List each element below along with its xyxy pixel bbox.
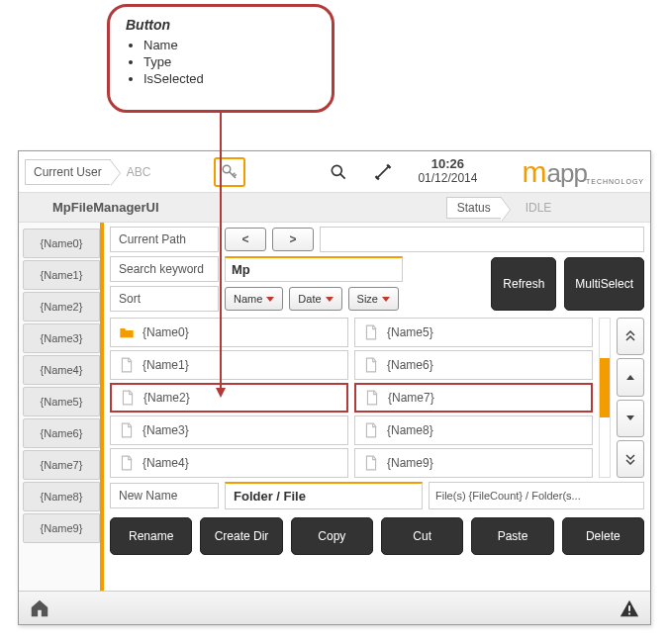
search-input[interactable]: Mp (225, 256, 403, 282)
main-panel: Current Path < > Search keyword Mp Sort … (104, 223, 650, 591)
warning-icon[interactable] (619, 598, 640, 619)
copy-button[interactable]: Copy (291, 517, 373, 555)
file-item[interactable]: {Name4} (110, 448, 348, 478)
callout-title: Button (126, 17, 316, 33)
sort-date-button[interactable]: Date (289, 287, 341, 311)
nav-forward-button[interactable]: > (272, 228, 314, 251)
sidebar-tab[interactable]: {Name1} (23, 260, 100, 290)
delete-button[interactable]: Delete (562, 517, 644, 555)
scroll-down-button[interactable] (617, 400, 644, 437)
logo: mappTECHNOLOGY (523, 155, 644, 189)
path-input[interactable] (320, 227, 644, 252)
file-item[interactable]: {Name6} (354, 350, 593, 380)
file-item[interactable]: {Name0} (110, 318, 348, 347)
file-icon (119, 422, 135, 438)
callout-list: Name Type IsSelected (143, 37, 316, 87)
sort-size-button[interactable]: Size (348, 287, 399, 311)
search-icon[interactable] (329, 162, 348, 182)
svg-rect-3 (628, 605, 630, 611)
rename-button[interactable]: Rename (110, 517, 192, 555)
scroll-top-button[interactable] (617, 318, 644, 355)
file-icon (363, 455, 379, 471)
file-item[interactable]: {Name8} (354, 415, 593, 445)
home-icon[interactable] (29, 598, 50, 619)
tool-icons (329, 162, 394, 182)
new-name-input[interactable]: Folder / File (225, 482, 423, 509)
refresh-button[interactable]: Refresh (491, 257, 556, 311)
file-name: {Name9} (387, 456, 433, 470)
file-name: {Name6} (387, 358, 433, 372)
callout-box: Button Name Type IsSelected (107, 4, 334, 113)
file-name: {Name5} (387, 325, 433, 339)
file-name: {Name0} (143, 325, 189, 339)
svg-rect-4 (628, 612, 630, 614)
current-user-label: Current User (25, 159, 111, 185)
sort-label: Sort (110, 286, 219, 312)
sidebar-tab[interactable]: {Name4} (23, 355, 100, 385)
sidebar-tab[interactable]: {Name8} (23, 482, 100, 511)
new-name-label: New Name (110, 483, 219, 508)
sidebar-tab[interactable]: {Name5} (23, 387, 100, 416)
current-path-label: Current Path (110, 227, 219, 252)
footer (19, 591, 650, 624)
file-count-box: File(s) {FileCount} / Folder(s... (429, 482, 644, 509)
create-dir-button[interactable]: Create Dir (200, 517, 282, 555)
file-grid: {Name0}{Name1}{Name2}{Name3}{Name4} {Nam… (110, 318, 644, 478)
file-item[interactable]: {Name1} (110, 350, 348, 380)
file-icon (363, 422, 379, 438)
cut-button[interactable]: Cut (381, 517, 463, 555)
topbar: Current User ABC 10:2601/12/2014 mappTEC… (19, 151, 650, 193)
tools-icon[interactable] (372, 162, 394, 182)
sort-name-button[interactable]: Name (225, 287, 283, 311)
file-icon (119, 357, 135, 373)
sidebar-tab[interactable]: {Name9} (23, 513, 100, 543)
file-name: {Name3} (143, 423, 189, 437)
file-name: {Name1} (143, 358, 189, 372)
folder-icon (119, 325, 135, 339)
file-icon (364, 390, 380, 406)
multiselect-button[interactable]: MultiSelect (564, 257, 644, 311)
file-icon (119, 455, 135, 471)
titlebar: MpFileManagerUI Status IDLE (19, 193, 650, 223)
file-icon (120, 390, 136, 406)
sidebar-tab[interactable]: {Name7} (23, 450, 100, 480)
file-item[interactable]: {Name2} (110, 383, 348, 413)
search-label: Search keyword (110, 256, 219, 282)
status-label: Status (446, 197, 502, 219)
callout-arrow (220, 113, 222, 396)
sidebar-tab[interactable]: {Name6} (23, 418, 100, 448)
svg-line-2 (340, 173, 345, 178)
file-icon (363, 357, 379, 373)
file-item[interactable]: {Name9} (354, 448, 593, 478)
paste-button[interactable]: Paste (471, 517, 553, 555)
scrollbar[interactable] (599, 318, 611, 478)
sidebar-tab[interactable]: {Name2} (23, 292, 100, 322)
app-window: Current User ABC 10:2601/12/2014 mappTEC… (18, 150, 651, 625)
file-item[interactable]: {Name7} (354, 383, 593, 413)
module-name: MpFileManagerUI (52, 200, 159, 215)
status-value: IDLE (526, 201, 552, 215)
sidebar-tab[interactable]: {Name0} (23, 229, 100, 258)
file-name: {Name7} (388, 391, 434, 405)
file-name: {Name2} (143, 391, 190, 405)
current-user-value: ABC (127, 165, 151, 179)
file-name: {Name8} (387, 423, 433, 437)
datetime: 10:2601/12/2014 (418, 157, 477, 186)
file-icon (363, 324, 379, 340)
scroll-up-button[interactable] (617, 358, 644, 396)
nav-back-button[interactable]: < (225, 228, 266, 251)
file-item[interactable]: {Name5} (354, 318, 593, 347)
file-name: {Name4} (143, 456, 189, 470)
file-item[interactable]: {Name3} (110, 415, 348, 445)
body: {Name0} {Name1} {Name2} {Name3} {Name4} … (19, 223, 650, 591)
sidebar-tab[interactable]: {Name3} (23, 323, 100, 353)
scroll-bottom-button[interactable] (617, 440, 644, 478)
sidebar: {Name0} {Name1} {Name2} {Name3} {Name4} … (19, 223, 104, 591)
